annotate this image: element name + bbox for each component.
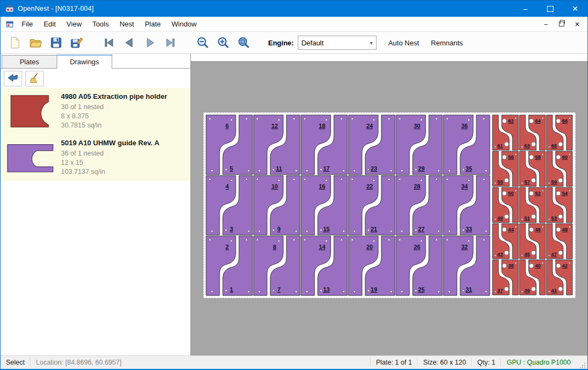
auto-nest-button[interactable]: Auto Nest xyxy=(388,39,419,47)
part-number: 54 xyxy=(562,190,568,196)
nest-cell[interactable]: 2625 xyxy=(395,236,443,296)
zoom-fit-icon xyxy=(237,36,250,49)
part-number: 24 xyxy=(366,123,373,129)
zoom-in-icon xyxy=(217,36,230,49)
nest-cell[interactable]: 2019 xyxy=(348,236,395,296)
resize-grip[interactable] xyxy=(576,356,587,369)
nest-cell[interactable]: 3635 xyxy=(443,115,490,175)
zoom-in-button[interactable] xyxy=(213,33,234,52)
nest-cell[interactable]: 6261 xyxy=(492,115,519,151)
nest-cell[interactable]: 1413 xyxy=(300,236,348,296)
menu-file[interactable]: File xyxy=(16,18,38,30)
part-shape-purple xyxy=(8,145,53,172)
menu-nest[interactable]: Nest xyxy=(114,18,140,30)
status-plate: Plate: 1 of 1 xyxy=(371,356,418,369)
remnants-button[interactable]: Remnants xyxy=(431,39,463,47)
nest-cell[interactable]: 6463 xyxy=(519,115,546,151)
part-number: 8 xyxy=(273,244,276,250)
nest-canvas[interactable]: 6512111817242330293635431091615222128273… xyxy=(191,61,587,355)
drawing-area: 30.7815 sq/in xyxy=(61,121,187,130)
engine-select[interactable]: Default ▾ xyxy=(298,36,377,50)
nest-cell[interactable]: 6665 xyxy=(546,115,573,151)
nest-cell[interactable]: 2827 xyxy=(395,175,443,236)
minimize-button[interactable]: – xyxy=(513,1,538,17)
part-number: 5 xyxy=(230,165,233,172)
nest-cell[interactable]: 4039 xyxy=(519,259,546,295)
nest-cell[interactable]: 5857 xyxy=(519,151,546,187)
mdi-restore-button[interactable] xyxy=(558,21,565,28)
nest-cell[interactable]: 43 xyxy=(206,175,253,236)
nest-cell[interactable]: 5453 xyxy=(546,187,573,223)
zoom-fit-button[interactable] xyxy=(234,33,254,52)
drawing-area: 103.7137 sq/in xyxy=(61,167,187,177)
part-number: 10 xyxy=(271,183,278,190)
clear-button[interactable] xyxy=(25,71,44,86)
open-folder-icon xyxy=(29,36,42,49)
tab-drawings[interactable]: Drawings xyxy=(57,55,112,69)
part-number: 66 xyxy=(562,118,568,124)
nest-cell[interactable]: 5049 xyxy=(492,187,519,223)
nest-cell[interactable]: 3433 xyxy=(443,175,490,236)
nest-cell[interactable]: 87 xyxy=(253,236,300,296)
nest-cell[interactable]: 6059 xyxy=(546,151,573,187)
nest-cell[interactable]: 4443 xyxy=(492,223,519,259)
nest-cell[interactable]: 1211 xyxy=(253,115,300,175)
status-size: Size: 60 x 120 xyxy=(418,356,471,369)
drawing-item[interactable]: 4980 A05 Extraction pipe holder 30 of 1 … xyxy=(1,88,190,134)
nav-next-icon xyxy=(143,36,156,49)
nest-cell[interactable]: 65 xyxy=(206,115,253,175)
nest-cell[interactable]: 5251 xyxy=(519,187,546,223)
open-button[interactable] xyxy=(25,33,46,52)
nest-cell[interactable]: 1817 xyxy=(300,115,348,175)
part-number: 60 xyxy=(562,154,568,160)
part-number: 9 xyxy=(277,226,281,232)
menu-window[interactable]: Window xyxy=(166,18,202,30)
nest-cell[interactable]: 4645 xyxy=(519,223,546,259)
save-button[interactable] xyxy=(46,33,66,52)
nav-prev-icon xyxy=(123,36,136,49)
part-number: 32 xyxy=(461,244,468,250)
part-number: 46 xyxy=(535,226,541,232)
nav-prev-button[interactable] xyxy=(119,33,140,52)
nest-cell[interactable]: 3231 xyxy=(443,236,490,296)
maximize-button[interactable] xyxy=(538,1,563,17)
nav-first-button[interactable] xyxy=(99,33,119,52)
mdi-minimize-button[interactable]: – xyxy=(542,21,550,28)
drawing-title: 5019 A10 UHMW guide Rev. A xyxy=(61,139,187,147)
menu-plate[interactable]: Plate xyxy=(139,18,166,30)
nest-cell[interactable]: 3837 xyxy=(492,259,519,295)
return-part-button[interactable] xyxy=(4,71,22,86)
zoom-out-button[interactable] xyxy=(193,33,213,52)
part-number: 49 xyxy=(497,215,503,221)
menu-bar: File Edit View Tools Nest Plate Window –… xyxy=(1,17,587,32)
nav-next-button[interactable] xyxy=(140,33,160,52)
app-icon xyxy=(5,4,14,13)
nest-cell[interactable]: 4847 xyxy=(546,223,573,259)
nest-cell[interactable]: 2221 xyxy=(348,175,395,236)
nav-last-button[interactable] xyxy=(160,33,181,52)
part-number: 38 xyxy=(508,263,514,268)
panel-toolbar xyxy=(1,69,190,88)
drawing-nested: 36 of 1 nested xyxy=(61,149,187,158)
nest-cell[interactable]: 21 xyxy=(206,236,253,296)
nest-cell[interactable]: 5655 xyxy=(492,151,519,187)
nest-cell[interactable]: 1615 xyxy=(300,175,348,236)
save-as-button[interactable] xyxy=(66,33,87,52)
return-arrow-icon xyxy=(7,73,19,83)
menu-view[interactable]: View xyxy=(61,18,87,30)
nest-cell[interactable]: 109 xyxy=(253,175,300,236)
nest-cell[interactable]: 2423 xyxy=(348,115,395,175)
part-number: 17 xyxy=(323,165,330,172)
tab-plates[interactable]: Plates xyxy=(2,55,57,68)
nest-cell[interactable]: 3029 xyxy=(395,115,443,175)
nest-cell[interactable]: 4241 xyxy=(546,259,573,295)
new-button[interactable] xyxy=(5,33,25,52)
purple-grid: 6512111817242330293635431091615222128273… xyxy=(206,115,490,296)
mdi-close-button[interactable]: ✕ xyxy=(573,21,581,28)
status-bar: Select Location: [84.8696, 60.6957] Plat… xyxy=(1,355,587,369)
menu-edit[interactable]: Edit xyxy=(38,18,61,30)
drawing-item[interactable]: 5019 A10 UHMW guide Rev. A 36 of 1 neste… xyxy=(1,134,190,181)
part-number: 42 xyxy=(562,263,568,268)
menu-tools[interactable]: Tools xyxy=(87,18,114,30)
close-button[interactable]: ✕ xyxy=(563,1,587,17)
